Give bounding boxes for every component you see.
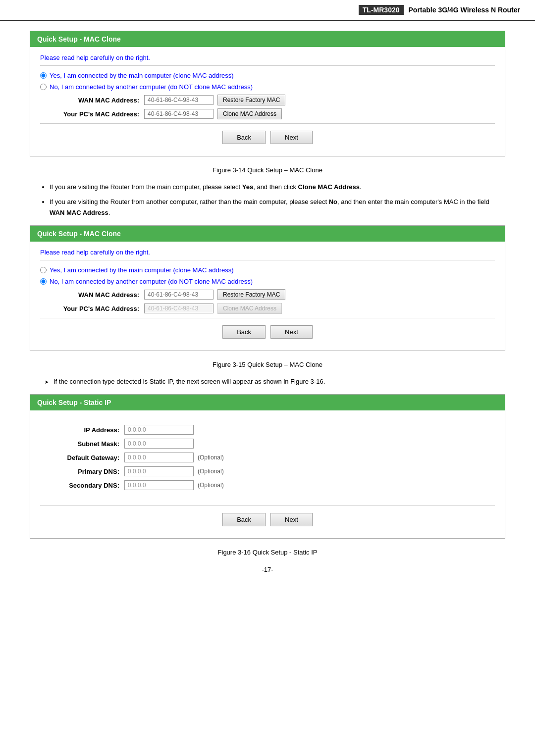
panel3-body: IP Address: Subnet Mask: Default Gateway… [30, 410, 505, 538]
panel2-mac-clone: Quick Setup - MAC Clone Please read help… [30, 225, 505, 351]
gateway-optional: (Optional) [198, 454, 224, 461]
default-gateway-input[interactable] [124, 453, 194, 462]
panel3-button-row: Back Next [40, 513, 495, 531]
bullet-item-1: If you are visiting the Router from the … [50, 182, 505, 193]
panel2-title: Quick Setup - MAC Clone [37, 230, 121, 238]
panel1-body: Please read help carefully on the right.… [30, 47, 505, 156]
panel1-header: Quick Setup - MAC Clone [30, 31, 505, 47]
panel2-help-text: Please read help carefully on the right. [40, 249, 495, 256]
clone-mac-address-button[interactable]: Clone MAC Address [217, 108, 282, 119]
figure15-caption: Figure 3-15 Quick Setup – MAC Clone [30, 361, 505, 368]
wan-mac-row: WAN MAC Address: Restore Factory MAC [40, 95, 495, 105]
panel2-radio2-row[interactable]: No, I am connected by another computer (… [40, 278, 495, 285]
panel1-divider2 [40, 123, 495, 124]
panel2-radio-yes[interactable] [40, 267, 47, 273]
panel3-static-ip: Quick Setup - Static IP IP Address: Subn… [30, 394, 505, 539]
radio2-label: No, I am connected by another computer (… [50, 83, 253, 91]
main-content: Quick Setup - MAC Clone Please read help… [0, 21, 535, 593]
panel2-divider [40, 260, 495, 260]
wan-mac-input[interactable] [144, 95, 214, 105]
panel3-next-button[interactable]: Next [270, 513, 313, 526]
panel3-divider [40, 505, 495, 506]
radio1-no[interactable] [40, 84, 47, 90]
panel2-wan-mac-label: WAN MAC Address: [60, 291, 139, 299]
arrow-item-1: If the connection type detected is Stati… [45, 376, 505, 387]
panel1-back-button[interactable]: Back [222, 131, 266, 144]
secondary-optional: (Optional) [198, 482, 224, 489]
secondary-dns-label: Secondary DNS: [40, 482, 119, 489]
page-title: Portable 3G/4G Wireless N Router [409, 6, 521, 14]
radio1-row[interactable]: Yes, I am connected by the main computer… [40, 72, 495, 79]
page-header: TL-MR3020 Portable 3G/4G Wireless N Rout… [0, 0, 535, 21]
restore-factory-mac-button[interactable]: Restore Factory MAC [217, 95, 285, 105]
pc-mac-row: Your PC's MAC Address: Clone MAC Address [40, 108, 495, 119]
panel2-clone-mac-address-button: Clone MAC Address [217, 303, 282, 314]
panel2-wan-mac-input[interactable] [144, 290, 214, 300]
radio2-row[interactable]: No, I am connected by another computer (… [40, 83, 495, 91]
wan-mac-label: WAN MAC Address: [60, 97, 139, 104]
panel2-next-button[interactable]: Next [270, 325, 313, 339]
default-gateway-row: Default Gateway: (Optional) [40, 453, 495, 462]
secondary-dns-input[interactable] [124, 480, 194, 490]
ip-address-input[interactable] [124, 425, 194, 435]
bullet-item-2: If you are visiting the Router from anot… [50, 197, 505, 218]
ip-address-label: IP Address: [40, 426, 119, 434]
default-gateway-label: Default Gateway: [40, 454, 119, 461]
figure16-caption: Figure 3-16 Quick Setup - Static IP [30, 549, 505, 556]
panel3-title: Quick Setup - Static IP [37, 399, 111, 406]
primary-dns-label: Primary DNS: [40, 468, 119, 475]
primary-dns-row: Primary DNS: (Optional) [40, 466, 495, 476]
panel3-header: Quick Setup - Static IP [30, 395, 505, 410]
bullet-list: If you are visiting the Router from the … [30, 182, 505, 218]
panel2-wan-mac-row: WAN MAC Address: Restore Factory MAC [40, 289, 495, 300]
radio1-label: Yes, I am connected by the main computer… [50, 72, 234, 79]
subnet-mask-row: Subnet Mask: [40, 439, 495, 449]
panel2-pc-mac-input [144, 303, 214, 313]
subnet-mask-input[interactable] [124, 439, 194, 449]
primary-dns-input[interactable] [124, 466, 194, 476]
pc-mac-input[interactable] [144, 109, 214, 119]
arrow-text1: If the connection type detected is Stati… [54, 378, 325, 385]
page-number: -17- [30, 566, 505, 583]
panel2-radio1-label: Yes, I am connected by the main computer… [50, 266, 234, 274]
radio1-yes[interactable] [40, 72, 47, 79]
panel2-header: Quick Setup - MAC Clone [30, 226, 505, 242]
figure14-caption: Figure 3-14 Quick Setup – MAC Clone [30, 166, 505, 174]
panel2-body: Please read help carefully on the right.… [30, 242, 505, 351]
secondary-dns-row: Secondary DNS: (Optional) [40, 480, 495, 490]
panel1-divider [40, 65, 495, 66]
panel1-title: Quick Setup - MAC Clone [37, 35, 121, 43]
arrow-list: If the connection type detected is Stati… [30, 376, 505, 387]
ip-address-row: IP Address: [40, 425, 495, 435]
panel2-restore-factory-mac-button[interactable]: Restore Factory MAC [217, 289, 285, 300]
panel2-button-row: Back Next [40, 325, 495, 344]
panel2-radio1-row[interactable]: Yes, I am connected by the main computer… [40, 266, 495, 274]
panel2-radio-no[interactable] [40, 278, 47, 285]
panel2-pc-mac-label: Your PC's MAC Address: [60, 305, 139, 312]
model-label: TL-MR3020 [359, 5, 404, 15]
panel1-next-button[interactable]: Next [270, 131, 313, 144]
panel1-help-text: Please read help carefully on the right. [40, 54, 495, 61]
panel1-button-row: Back Next [40, 131, 495, 149]
panel2-radio2-label: No, I am connected by another computer (… [50, 278, 253, 285]
subnet-mask-label: Subnet Mask: [40, 440, 119, 448]
panel3-back-button[interactable]: Back [222, 513, 266, 526]
primary-optional: (Optional) [198, 468, 224, 475]
panel2-pc-mac-row: Your PC's MAC Address: Clone MAC Address [40, 303, 495, 314]
panel1-mac-clone: Quick Setup - MAC Clone Please read help… [30, 31, 505, 156]
panel2-back-button[interactable]: Back [222, 325, 266, 339]
pc-mac-label: Your PC's MAC Address: [60, 110, 139, 118]
panel2-divider2 [40, 318, 495, 318]
